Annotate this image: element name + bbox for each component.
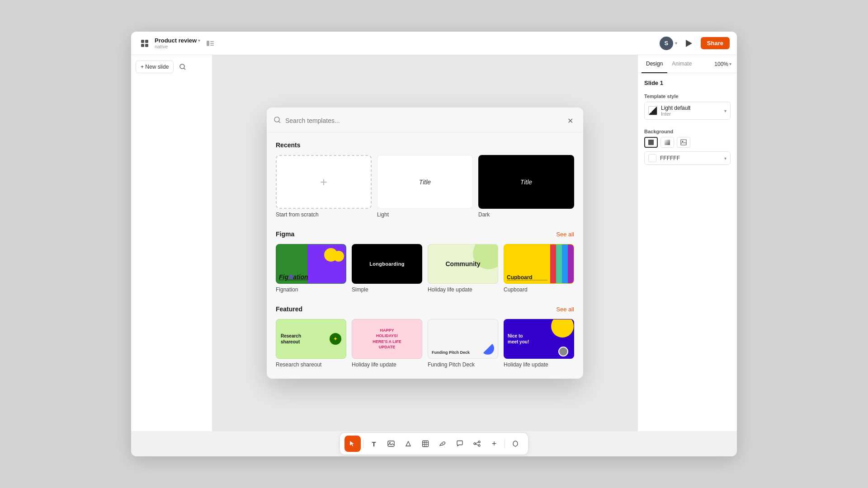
- tool-text-button[interactable]: T: [366, 436, 382, 452]
- dark-label: Dark: [478, 211, 574, 218]
- figma-title: Figma: [276, 230, 294, 238]
- logo-icon[interactable]: [138, 37, 151, 50]
- canvas-area: ✕ Recents: [212, 55, 637, 431]
- right-panel-tabs: Design Animate 100% ▾: [638, 55, 737, 73]
- bg-color-picker[interactable]: FFFFFF ▾: [644, 151, 731, 165]
- template-search-input[interactable]: [285, 117, 560, 124]
- template-scratch[interactable]: + Start from scratch: [276, 155, 372, 218]
- community-text: Community: [446, 260, 481, 267]
- template-style-selector[interactable]: Light default Inter ▾: [644, 102, 731, 120]
- avatar-wrap[interactable]: S ▾: [660, 37, 677, 50]
- template-light[interactable]: Title Light: [377, 155, 473, 218]
- holiday-thumbnail: HAPPYHOLIDAYS!HERE'S A LIFEUPDATE: [352, 319, 422, 359]
- template-holiday-life[interactable]: Community Holiday life update: [428, 244, 498, 293]
- modal-search-icon: [274, 117, 281, 125]
- background-section-label: Background: [644, 129, 731, 134]
- featured-title: Featured: [276, 305, 302, 313]
- fignation-label: Fignation: [276, 286, 346, 293]
- top-bar: Product review ▾ native S ▾: [131, 32, 737, 55]
- sidebar-toggle-button[interactable]: [204, 37, 217, 50]
- featured-header: Featured See all: [276, 305, 574, 313]
- svg-point-27: [478, 445, 480, 446]
- funding-label: Funding Pitch Deck: [428, 361, 498, 368]
- tool-more-button[interactable]: +: [486, 436, 502, 452]
- dark-title-text: Title: [520, 178, 532, 186]
- share-button[interactable]: Share: [701, 37, 730, 49]
- svg-line-29: [476, 444, 478, 446]
- toolbar-inner: T: [340, 432, 528, 455]
- tool-comment-button[interactable]: [452, 436, 468, 452]
- tab-design[interactable]: Design: [642, 55, 667, 73]
- play-button[interactable]: [683, 37, 695, 50]
- bg-option-solid[interactable]: [644, 137, 658, 148]
- svg-rect-2: [141, 44, 144, 47]
- template-style-section: Template style Light default Inter ▾: [644, 94, 731, 120]
- research-thumbnail: Researchshareout ✦: [276, 319, 346, 359]
- community-thumbnail: Community: [428, 244, 498, 284]
- modal-close-button[interactable]: ✕: [564, 115, 576, 127]
- figma-see-all-link[interactable]: See all: [556, 231, 574, 238]
- template-research[interactable]: Researchshareout ✦ Research shareout: [276, 319, 346, 368]
- tool-connect-button[interactable]: [469, 436, 485, 452]
- top-bar-left: Product review ▾ native: [138, 37, 229, 50]
- bg-option-image[interactable]: [677, 137, 690, 148]
- template-modal: ✕ Recents: [267, 108, 583, 379]
- background-section: Background: [644, 129, 731, 165]
- meet-avatar: [558, 347, 568, 357]
- featured-see-all-link[interactable]: See all: [556, 306, 574, 313]
- meet-text: Nice tomeet you!: [508, 333, 529, 345]
- cupboard-bars: [550, 244, 574, 283]
- right-panel: Design Animate 100% ▾ Slide 1 Template s…: [637, 55, 737, 431]
- tool-mask-button[interactable]: [507, 436, 524, 452]
- scratch-plus-icon: +: [320, 175, 327, 189]
- sidebar-controls: + New slide: [136, 61, 208, 73]
- svg-point-26: [478, 441, 480, 443]
- template-style-section-label: Template style: [644, 94, 731, 99]
- svg-marker-8: [686, 40, 692, 47]
- tab-animate[interactable]: Animate: [667, 55, 696, 73]
- light-title-text: Title: [419, 178, 431, 186]
- template-fignation[interactable]: FigNation Fignation: [276, 244, 346, 293]
- simple-label: Simple: [352, 286, 422, 293]
- tool-table-button[interactable]: [417, 436, 434, 452]
- simple-text: Longboarding: [369, 261, 405, 267]
- tool-draw-button[interactable]: [434, 436, 451, 452]
- cupboard-bar-red: [550, 244, 556, 283]
- funding-thumbnail: Funding Pitch Deck: [428, 319, 498, 359]
- template-holiday-featured[interactable]: HAPPYHOLIDAYS!HERE'S A LIFEUPDATE Holida…: [352, 319, 422, 368]
- tool-image-button[interactable]: [383, 436, 399, 452]
- cupboard-bar-purple: [568, 244, 574, 283]
- sidebar: + New slide: [131, 55, 212, 431]
- app-window: Product review ▾ native S ▾: [131, 32, 737, 456]
- template-simple[interactable]: Longboarding Simple: [352, 244, 422, 293]
- svg-line-12: [279, 122, 281, 123]
- bg-option-gradient[interactable]: [660, 137, 674, 148]
- svg-rect-15: [681, 140, 686, 145]
- meet-deco2: [560, 320, 569, 329]
- research-text: Researchshareout: [281, 333, 301, 345]
- zoom-chevron-icon[interactable]: ▾: [729, 61, 731, 66]
- template-info: Light default Inter: [661, 105, 721, 117]
- svg-rect-14: [665, 140, 670, 145]
- template-funding[interactable]: Funding Pitch Deck Funding Pitch Deck: [428, 319, 498, 368]
- holiday-text: HAPPYHOLIDAYS!HERE'S A LIFEUPDATE: [373, 328, 401, 350]
- modal-body: Recents + Start from scratch: [267, 132, 583, 379]
- holiday-life-label: Holiday life update: [428, 286, 498, 293]
- project-name-wrap[interactable]: Product review ▾ native: [155, 37, 200, 49]
- template-meet[interactable]: Nice tomeet you! Holiday life update: [504, 319, 574, 368]
- tool-select-button[interactable]: [344, 436, 361, 452]
- funding-text: Funding Pitch Deck: [432, 350, 470, 355]
- slide-search-button[interactable]: [176, 61, 189, 73]
- svg-point-11: [274, 117, 279, 122]
- app-main: + New slide: [131, 55, 737, 431]
- more-icon: +: [492, 440, 497, 448]
- template-dark[interactable]: Title Dark: [478, 155, 574, 218]
- bg-color-chevron-icon: ▾: [724, 156, 726, 161]
- bottom-toolbar: T: [131, 431, 737, 456]
- template-cupboard[interactable]: Cupboard Cupboard: [504, 244, 574, 293]
- new-slide-button[interactable]: + New slide: [136, 61, 174, 73]
- right-panel-content: Slide 1 Template style Light default Int…: [638, 73, 737, 173]
- svg-point-16: [682, 141, 684, 142]
- figma-header: Figma See all: [276, 230, 574, 238]
- tool-shapes-button[interactable]: [400, 436, 416, 452]
